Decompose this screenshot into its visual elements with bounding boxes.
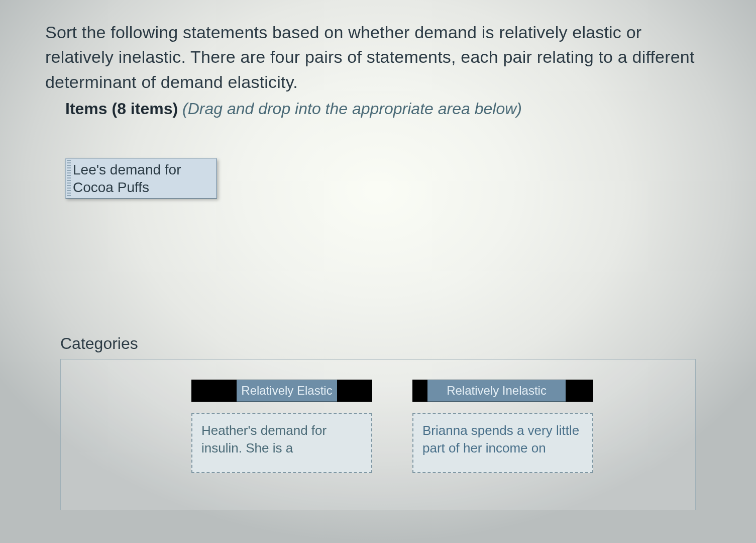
categories-container: Relatively Elastic Heather's demand for …: [60, 359, 696, 510]
category-inelastic: Relatively Inelastic Brianna spends a ve…: [412, 380, 593, 510]
redaction-block: [191, 380, 237, 402]
item-text: Lee's demand for Cocoa Puffs: [73, 161, 213, 196]
redaction-block: [412, 380, 427, 402]
draggable-item[interactable]: Lee's demand for Cocoa Puffs: [65, 158, 217, 199]
redaction-block: [337, 380, 372, 402]
category-elastic: Relatively Elastic Heather's demand for …: [191, 380, 372, 510]
redaction-block: [566, 380, 593, 402]
question-text: Sort the following statements based on w…: [45, 20, 711, 95]
drag-hint: (Drag and drop into the appropriate area…: [182, 100, 522, 118]
dropped-item-text: Heather's demand for insulin. She is a: [201, 422, 362, 457]
category-header-inelastic: Relatively Inelastic: [412, 380, 593, 402]
drop-zone-elastic[interactable]: Heather's demand for insulin. She is a: [191, 413, 372, 473]
items-area[interactable]: Lee's demand for Cocoa Puffs: [65, 158, 711, 334]
category-header-elastic: Relatively Elastic: [191, 380, 372, 402]
category-label-elastic: Relatively Elastic: [237, 380, 337, 402]
items-count-label: Items (8 items): [65, 100, 178, 118]
items-heading: Items (8 items) (Drag and drop into the …: [65, 100, 711, 118]
dropped-item-text: Brianna spends a very little part of her…: [422, 422, 583, 457]
categories-heading: Categories: [60, 334, 711, 353]
drop-zone-inelastic[interactable]: Brianna spends a very little part of her…: [412, 413, 593, 473]
category-label-inelastic: Relatively Inelastic: [427, 380, 566, 402]
